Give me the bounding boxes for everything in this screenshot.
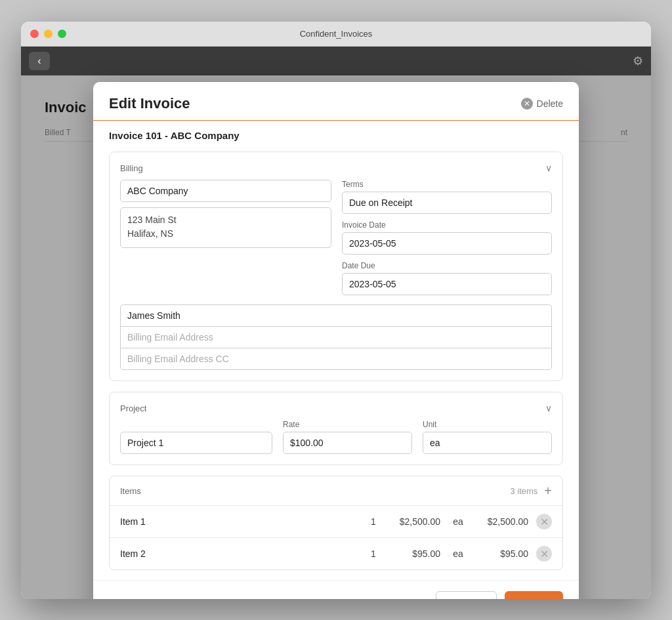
billing-company-input[interactable]: [120, 180, 331, 202]
gear-icon[interactable]: ⚙: [633, 54, 643, 68]
delete-label: Delete: [537, 98, 563, 109]
project-section-header: Project ∨: [120, 403, 552, 413]
billing-section: Billing ∨ 123 Main St Halifax, NS: [109, 152, 563, 381]
item-unit: ea: [448, 516, 468, 527]
item-qty: 1: [367, 516, 380, 527]
edit-invoice-modal: Edit Invoice ✕ Delete Invoice 101 - ABC …: [93, 82, 579, 599]
items-count-add: 3 items +: [510, 484, 552, 497]
rate-group: Rate: [283, 420, 412, 454]
modal-body: Billing ∨ 123 Main St Halifax, NS: [93, 141, 579, 579]
date-due-group: Date Due: [342, 261, 552, 295]
items-label: Items: [120, 486, 141, 496]
unit-label: Unit: [423, 420, 552, 429]
mac-window: Confident_Invoices ‹ ⚙ Invoic Billed T I…: [21, 22, 651, 599]
item-name: Item 1: [120, 516, 359, 527]
billing-address: 123 Main St Halifax, NS: [120, 207, 331, 248]
project-label: Project: [120, 403, 146, 413]
modal-header: Edit Invoice ✕ Delete: [93, 82, 579, 120]
table-row: Item 1 1 $2,500.00 ea $2,500.00 ✕: [110, 505, 562, 537]
billing-left: 123 Main St Halifax, NS: [120, 180, 331, 295]
rate-label: Rate: [283, 420, 412, 429]
modal-subtitle: Invoice 101 - ABC Company: [93, 121, 579, 141]
items-section: Items 3 items + Item 1 1 $2,500.00 ea: [109, 476, 563, 570]
add-item-button[interactable]: +: [544, 484, 552, 497]
item-total: $2,500.00: [476, 516, 528, 527]
items-header: Items 3 items +: [110, 476, 562, 505]
billing-section-header: Billing ∨: [120, 163, 552, 173]
date-due-label: Date Due: [342, 261, 552, 270]
unit-input[interactable]: [423, 432, 552, 454]
remove-item-0-button[interactable]: ✕: [536, 514, 552, 529]
contact-name-input[interactable]: [120, 304, 552, 326]
traffic-lights: [30, 30, 66, 38]
app-toolbar: ‹ ⚙: [21, 47, 651, 75]
invoice-date-group: Invoice Date: [342, 220, 552, 255]
billing-chevron-icon[interactable]: ∨: [545, 163, 552, 173]
unit-group: Unit: [423, 420, 552, 454]
items-count: 3 items: [510, 486, 537, 496]
table-row: Item 2 1 $95.00 ea $95.00 ✕: [110, 537, 562, 569]
cancel-button[interactable]: Cancel: [436, 591, 497, 599]
modal-footer: Cancel Save: [93, 580, 579, 599]
project-section: Project ∨ Rate Unit: [109, 392, 563, 465]
title-bar: Confident_Invoices: [21, 22, 651, 47]
billing-label: Billing: [120, 163, 143, 173]
terms-input[interactable]: [342, 192, 552, 214]
invoice-date-label: Invoice Date: [342, 220, 552, 230]
close-button[interactable]: [30, 30, 39, 38]
terms-label: Terms: [342, 180, 552, 189]
save-button[interactable]: Save: [505, 591, 563, 599]
project-chevron-icon[interactable]: ∨: [545, 403, 552, 413]
billing-address-text: 123 Main St Halifax, NS: [127, 215, 177, 239]
invoice-date-input[interactable]: [342, 232, 552, 255]
rate-input[interactable]: [283, 432, 412, 454]
item-total: $95.00: [476, 548, 528, 559]
billing-email-cc-input[interactable]: [120, 348, 552, 370]
minimize-button[interactable]: [44, 30, 52, 38]
back-button[interactable]: ‹: [29, 52, 50, 70]
contact-inputs: [120, 304, 552, 370]
date-due-input[interactable]: [342, 273, 552, 295]
remove-item-1-button[interactable]: ✕: [536, 546, 552, 562]
item-price: $2,500.00: [388, 516, 440, 527]
delete-button[interactable]: ✕ Delete: [521, 98, 563, 110]
modal-title: Edit Invoice: [109, 95, 190, 112]
maximize-button[interactable]: [58, 30, 66, 38]
item-price: $95.00: [388, 548, 440, 559]
project-input-group: [120, 432, 272, 454]
delete-icon: ✕: [521, 98, 533, 110]
billing-right: Terms Invoice Date Date Due: [342, 180, 552, 295]
project-input[interactable]: [120, 432, 272, 454]
billing-email-input[interactable]: [120, 326, 552, 348]
window-title: Confident_Invoices: [300, 29, 373, 39]
item-name: Item 2: [120, 548, 359, 559]
terms-group: Terms: [342, 180, 552, 214]
modal-overlay: Edit Invoice ✕ Delete Invoice 101 - ABC …: [21, 75, 651, 599]
main-content: Invoic Billed T Item De nt Edit Invoice …: [21, 75, 651, 599]
item-qty: 1: [367, 548, 380, 559]
item-unit: ea: [448, 548, 468, 559]
